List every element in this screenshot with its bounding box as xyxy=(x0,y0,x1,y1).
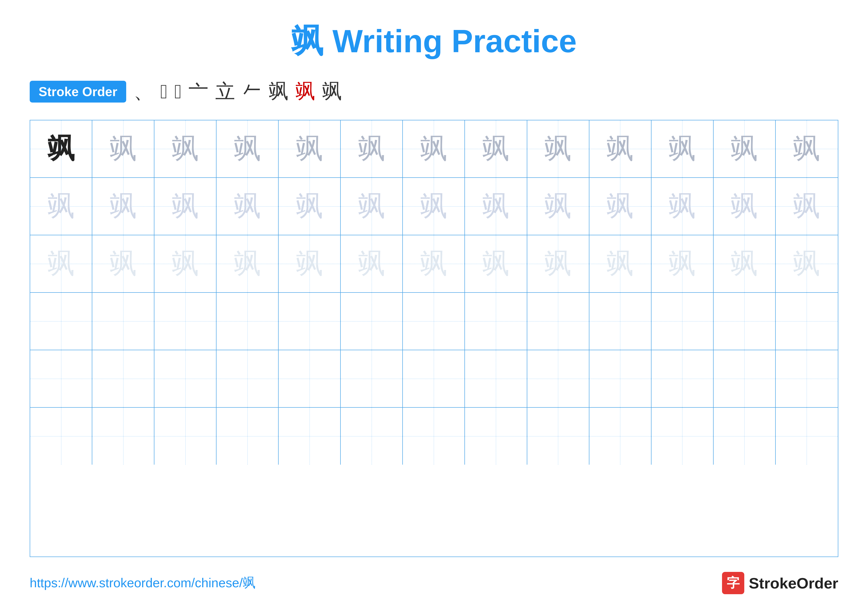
cell-1-9[interactable]: 飒 xyxy=(527,120,589,177)
cell-6-5[interactable] xyxy=(279,408,341,465)
stroke-sequence: 、 𠃋 𠃍 亠 立 𠂉 飒 飒 飒 xyxy=(133,78,342,105)
cell-2-6[interactable]: 飒 xyxy=(341,178,403,235)
cell-3-13[interactable]: 飒 xyxy=(776,235,838,292)
stroke-6: 𠂉 xyxy=(242,81,262,103)
cell-3-1[interactable]: 飒 xyxy=(30,235,92,292)
cell-4-3[interactable] xyxy=(154,293,217,350)
cell-3-4[interactable]: 飒 xyxy=(217,235,279,292)
cell-4-1[interactable] xyxy=(30,293,92,350)
char-3-2: 飒 xyxy=(110,250,137,277)
cell-4-6[interactable] xyxy=(341,293,403,350)
cell-2-3[interactable]: 飒 xyxy=(154,178,217,235)
cell-3-11[interactable]: 飒 xyxy=(651,235,714,292)
stroke-1: 、 xyxy=(133,78,153,105)
cell-6-7[interactable] xyxy=(403,408,465,465)
cell-2-1[interactable]: 飒 xyxy=(30,178,92,235)
cell-1-10[interactable]: 飒 xyxy=(589,120,651,177)
cell-1-4[interactable]: 飒 xyxy=(217,120,279,177)
cell-2-10[interactable]: 飒 xyxy=(589,178,651,235)
char-3-4: 飒 xyxy=(234,250,261,277)
cell-5-7[interactable] xyxy=(403,350,465,407)
cell-1-11[interactable]: 飒 xyxy=(651,120,714,177)
char-3-3: 飒 xyxy=(172,250,199,277)
cell-2-9[interactable]: 飒 xyxy=(527,178,589,235)
cell-3-3[interactable]: 飒 xyxy=(154,235,217,292)
char-2-2: 飒 xyxy=(110,193,137,220)
cell-1-1[interactable]: 飒 xyxy=(30,120,92,177)
cell-5-3[interactable] xyxy=(154,350,217,407)
cell-6-9[interactable] xyxy=(527,408,589,465)
cell-4-10[interactable] xyxy=(589,293,651,350)
char-1-4: 飒 xyxy=(234,135,261,162)
cell-2-4[interactable]: 飒 xyxy=(217,178,279,235)
cell-3-9[interactable]: 飒 xyxy=(527,235,589,292)
cell-1-13[interactable]: 飒 xyxy=(776,120,838,177)
cell-3-2[interactable]: 飒 xyxy=(92,235,154,292)
cell-5-2[interactable] xyxy=(92,350,154,407)
cell-1-7[interactable]: 飒 xyxy=(403,120,465,177)
cell-5-8[interactable] xyxy=(465,350,527,407)
stroke-7: 飒 xyxy=(269,78,288,105)
cell-1-8[interactable]: 飒 xyxy=(465,120,527,177)
cell-5-1[interactable] xyxy=(30,350,92,407)
cell-6-12[interactable] xyxy=(714,408,776,465)
char-3-12: 飒 xyxy=(731,250,758,277)
cell-3-7[interactable]: 飒 xyxy=(403,235,465,292)
cell-4-4[interactable] xyxy=(217,293,279,350)
cell-6-11[interactable] xyxy=(651,408,714,465)
cell-6-1[interactable] xyxy=(30,408,92,465)
grid-row-5 xyxy=(30,350,838,408)
cell-1-5[interactable]: 飒 xyxy=(279,120,341,177)
cell-5-4[interactable] xyxy=(217,350,279,407)
cell-5-10[interactable] xyxy=(589,350,651,407)
cell-3-12[interactable]: 飒 xyxy=(714,235,776,292)
stroke-5: 立 xyxy=(215,78,235,105)
cell-6-8[interactable] xyxy=(465,408,527,465)
cell-1-2[interactable]: 飒 xyxy=(92,120,154,177)
char-3-6: 飒 xyxy=(358,250,385,277)
cell-6-10[interactable] xyxy=(589,408,651,465)
writing-grid: 飒 飒 飒 飒 飒 飒 飒 飒 飒 xyxy=(30,120,838,557)
cell-4-7[interactable] xyxy=(403,293,465,350)
cell-2-11[interactable]: 飒 xyxy=(651,178,714,235)
cell-3-10[interactable]: 飒 xyxy=(589,235,651,292)
cell-4-13[interactable] xyxy=(776,293,838,350)
cell-2-5[interactable]: 飒 xyxy=(279,178,341,235)
cell-2-2[interactable]: 飒 xyxy=(92,178,154,235)
cell-5-12[interactable] xyxy=(714,350,776,407)
char-2-11: 飒 xyxy=(668,193,696,220)
cell-5-5[interactable] xyxy=(279,350,341,407)
cell-6-13[interactable] xyxy=(776,408,838,465)
cell-6-3[interactable] xyxy=(154,408,217,465)
cell-5-13[interactable] xyxy=(776,350,838,407)
cell-4-11[interactable] xyxy=(651,293,714,350)
cell-2-8[interactable]: 飒 xyxy=(465,178,527,235)
char-1-6: 飒 xyxy=(358,135,385,162)
cell-5-9[interactable] xyxy=(527,350,589,407)
cell-5-11[interactable] xyxy=(651,350,714,407)
cell-4-9[interactable] xyxy=(527,293,589,350)
cell-2-13[interactable]: 飒 xyxy=(776,178,838,235)
cell-1-12[interactable]: 飒 xyxy=(714,120,776,177)
cell-2-12[interactable]: 飒 xyxy=(714,178,776,235)
cell-1-3[interactable]: 飒 xyxy=(154,120,217,177)
cell-3-6[interactable]: 飒 xyxy=(341,235,403,292)
grid-row-2: 飒 飒 飒 飒 飒 飒 飒 飒 飒 xyxy=(30,178,838,235)
cell-5-6[interactable] xyxy=(341,350,403,407)
footer-logo: 字 StrokeOrder xyxy=(722,572,838,594)
cell-2-7[interactable]: 飒 xyxy=(403,178,465,235)
cell-3-8[interactable]: 飒 xyxy=(465,235,527,292)
cell-6-6[interactable] xyxy=(341,408,403,465)
footer-url[interactable]: https://www.strokeorder.com/chinese/飒 xyxy=(30,574,256,592)
cell-6-4[interactable] xyxy=(217,408,279,465)
cell-4-8[interactable] xyxy=(465,293,527,350)
footer-logo-icon: 字 xyxy=(722,572,744,594)
cell-4-12[interactable] xyxy=(714,293,776,350)
char-2-6: 飒 xyxy=(358,193,385,220)
cell-6-2[interactable] xyxy=(92,408,154,465)
cell-3-5[interactable]: 飒 xyxy=(279,235,341,292)
cell-4-5[interactable] xyxy=(279,293,341,350)
title-text: Writing Practice xyxy=(323,23,577,59)
cell-4-2[interactable] xyxy=(92,293,154,350)
cell-1-6[interactable]: 飒 xyxy=(341,120,403,177)
